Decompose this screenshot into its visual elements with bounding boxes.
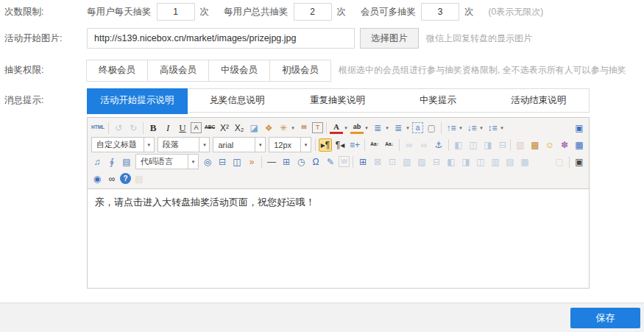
choose-image-button[interactable]: 选择图片 [360,28,419,49]
editor-content[interactable]: 亲，请点击进入大转盘抽奖活动页面，祝您好运哦！ [88,189,589,288]
message-tab[interactable]: 重复抽奖说明 [287,89,388,112]
link-icon[interactable]: ∞ [403,138,416,152]
table-insert-row-above-icon[interactable]: ▧ [400,155,414,169]
print-icon[interactable]: ▣ [573,155,586,169]
calendar-icon[interactable]: ⊞ [280,155,293,169]
dropdown-arrow-icon[interactable]: ▾ [144,138,154,152]
page-props-icon[interactable]: ▢ [553,155,566,169]
image-url-input[interactable] [87,28,355,49]
message-tab[interactable]: 活动结束说明 [488,89,589,112]
member-group-button[interactable]: 终极会员 [86,60,148,82]
image-align-center-icon[interactable]: ◫ [467,138,480,152]
page-break-icon[interactable]: ⊟ [216,155,229,169]
redo-icon[interactable]: ↻ [127,121,140,135]
table-delete-icon[interactable]: ⊠ [371,155,384,169]
member-group-button[interactable]: 初级会员 [269,60,331,82]
ordered-list-icon[interactable]: ≣▾ [371,121,390,135]
multi-column-icon[interactable]: ◫ [230,155,244,169]
unordered-list-icon[interactable]: ≣▾ [392,121,411,135]
table-delete-col-icon[interactable]: ◫ [474,155,487,169]
dropdown-arrow-icon[interactable]: ▾ [290,125,296,131]
table-insert-col-left-icon[interactable]: ◧ [445,155,458,169]
clear-format-icon[interactable]: ❖ [262,121,275,135]
bold-icon[interactable]: B [146,121,160,135]
member-group-button[interactable]: 中级会员 [208,60,270,82]
unlink-icon[interactable]: ∞ [417,138,431,152]
insert-image-icon[interactable]: ▩ [528,138,542,152]
member-group-button[interactable]: 高级会员 [147,60,209,82]
font-style-icon[interactable]: A [191,122,202,133]
heading-style-select[interactable]: 自定义标题▾ [91,137,155,152]
table-delete-row-icon[interactable]: ⊟ [430,155,443,169]
image-align-right-icon[interactable]: ◨ [481,138,495,152]
dropdown-arrow-icon[interactable]: ▾ [199,138,209,152]
to-uppercase-icon[interactable]: Aa↑ [368,138,381,152]
anchor-icon[interactable]: ⚓ [432,138,445,152]
table-merge-cells-icon[interactable]: ▥ [489,155,502,169]
find-replace-icon[interactable]: ∞ [105,172,118,186]
rtl-paragraph-icon[interactable]: ¶◂ [333,138,347,152]
highlight-color-icon[interactable]: ab▾ [350,122,369,134]
insert-video-icon[interactable]: ▦ [573,138,586,152]
insert-music-icon[interactable]: ♫ [91,155,104,169]
table-insert-col-right-icon[interactable]: ◨ [459,155,473,169]
undo-icon[interactable]: ↺ [112,121,125,135]
ltr-paragraph-icon[interactable]: ▸¶ [319,138,332,152]
help-icon[interactable]: ? [120,173,131,184]
new-document-icon[interactable]: ▢ [425,121,438,135]
font-size-select[interactable]: 12px▾ [269,137,311,152]
message-tab[interactable]: 兑奖信息说明 [187,89,288,112]
insert-file-icon[interactable]: ▤ [120,155,133,169]
paragraph-top-spacing-icon[interactable]: ↑≡▾ [445,121,464,135]
limit-count-input[interactable] [294,3,332,21]
table-insert-row-below-icon[interactable]: ▨ [415,155,428,169]
table-split-col-icon[interactable]: ▦ [518,155,531,169]
line-height-icon[interactable]: ↕≡▾ [486,121,505,135]
insert-code-icon[interactable]: ◎ [201,155,214,169]
emoticon-icon[interactable]: ☺ [543,138,556,152]
dropdown-arrow-icon[interactable]: ▾ [364,125,369,131]
horizontal-rule-icon[interactable]: — [265,155,278,169]
dropdown-arrow-icon[interactable]: ▾ [458,125,464,131]
anchor-tag-icon[interactable]: a [412,122,423,133]
clipboard-icon[interactable]: ▤ [132,172,146,186]
special-char-icon[interactable]: Ω [309,155,322,169]
message-tab[interactable]: 活动开始提示说明 [87,88,188,114]
subscript-icon[interactable]: X₂ [233,121,246,135]
table-cell-props-icon[interactable]: ⊡ [386,155,399,169]
html-source-icon[interactable]: HTML [91,121,105,135]
image-placeholder-icon[interactable]: ▧ [514,138,527,152]
preview-icon[interactable]: ◉ [91,172,104,186]
fullscreen-icon[interactable]: ▣ [573,121,586,135]
image-block-icon[interactable]: ⊟ [496,138,509,152]
blockquote-icon[interactable]: 66 [297,121,311,135]
save-button[interactable]: 保存 [570,308,640,328]
font-color-icon[interactable]: A▾ [330,122,349,134]
image-align-left-icon[interactable]: ◧ [452,138,465,152]
dropdown-arrow-icon[interactable]: ▾ [343,125,349,131]
clock-icon[interactable]: ◷ [294,155,308,169]
quick-typeset-icon[interactable]: » [245,155,258,169]
dropdown-arrow-icon[interactable]: ▾ [255,138,265,152]
dropdown-arrow-icon[interactable]: ▾ [499,125,505,131]
dropdown-arrow-icon[interactable]: ▾ [384,125,390,131]
limit-count-input[interactable] [421,3,459,21]
quick-format-icon[interactable]: ✳▾ [277,121,296,135]
insert-note-icon[interactable]: ✎ [324,155,337,169]
insert-table-icon[interactable]: ⊞ [356,155,369,169]
indent-icon[interactable]: ≡+ [348,138,361,152]
font-family-select[interactable]: arial▾ [213,137,266,152]
dropdown-arrow-icon[interactable]: ▾ [478,125,484,131]
attachment-icon[interactable]: ∮ [105,155,118,169]
code-language-select[interactable]: 代码语言▾ [135,154,199,169]
palette-icon[interactable]: ✽ [558,138,571,152]
underline-icon[interactable]: U [176,121,189,135]
italic-icon[interactable]: I [161,121,174,135]
paste-text-icon[interactable]: T [312,122,323,133]
word-paste-icon[interactable]: W [339,156,350,167]
paragraph-bottom-spacing-icon[interactable]: ↓≡▾ [465,121,484,135]
message-tab[interactable]: 中奖提示 [388,89,489,112]
table-split-row-icon[interactable]: ▤ [503,155,517,169]
dropdown-arrow-icon[interactable]: ▾ [188,155,198,169]
strikethrough-icon[interactable]: ABC [203,121,216,135]
